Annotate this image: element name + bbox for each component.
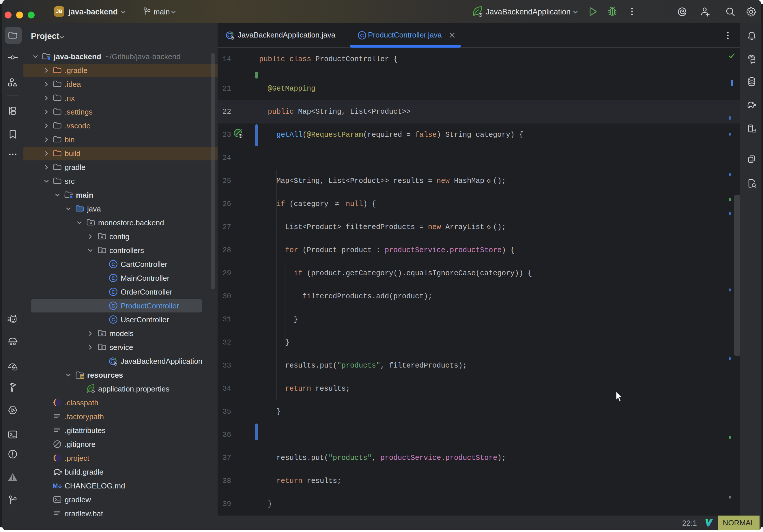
svg-text:M: M xyxy=(53,482,58,489)
svg-text:C: C xyxy=(111,317,115,323)
svg-text:C: C xyxy=(111,262,115,267)
svg-text:C: C xyxy=(111,289,115,295)
svg-text:C: C xyxy=(111,303,115,309)
svg-text:C: C xyxy=(360,33,364,38)
svg-text:C: C xyxy=(111,275,115,281)
